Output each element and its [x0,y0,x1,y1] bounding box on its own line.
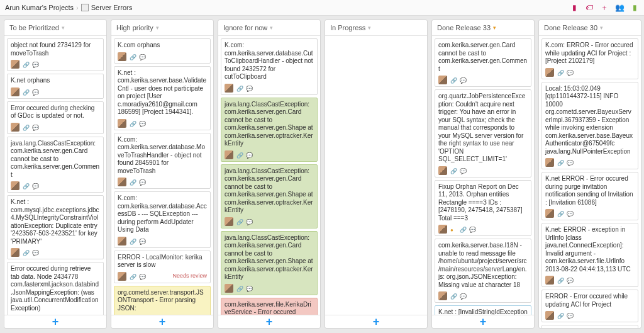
chevron-down-icon[interactable]: ▾ [270,25,273,31]
attachments-icon[interactable] [236,152,243,158]
card[interactable]: Error occured during checking of GDoc is… [7,101,104,134]
card[interactable]: K.net orphans [7,74,104,99]
card[interactable]: Error occured during retrieve tab data. … [7,262,104,315]
card[interactable]: K.com: com.kerika.server.database.Access… [114,191,211,248]
comments-icon[interactable] [460,167,466,174]
avatar[interactable] [545,209,554,218]
card[interactable]: K.com orphans [114,38,211,64]
comments-icon[interactable] [32,61,38,67]
attachments-icon[interactable] [130,238,136,244]
chevron-down-icon[interactable]: ▾ [600,25,603,31]
add-card-button[interactable]: + [4,315,106,328]
card[interactable]: K.com: com.kerika.server.database.CutToC… [221,38,318,95]
attachments-icon[interactable] [236,85,243,91]
avatar[interactable] [438,76,447,84]
chevron-down-icon[interactable]: ▾ [156,25,159,31]
comments-icon[interactable] [32,124,38,130]
avatar[interactable] [438,225,447,234]
chevron-down-icon[interactable]: ▾ [493,25,496,31]
avatar[interactable] [225,84,233,93]
people-icon[interactable]: 👥 [615,3,624,12]
attachments-icon[interactable] [557,277,564,283]
card[interactable]: com.kerika.server.file.KerikaDriveServic… [221,298,318,315]
comments-icon[interactable] [567,210,573,217]
comments-icon[interactable] [246,218,252,225]
activity-icon[interactable]: ▮ [630,3,639,12]
avatar[interactable] [11,248,19,257]
attachments-icon[interactable] [23,89,29,95]
comments-icon[interactable] [460,77,466,83]
add-card-button[interactable]: + [325,315,427,328]
avatar[interactable] [11,123,19,132]
column-header[interactable]: Done Release 30▾ [539,20,641,36]
attachments-icon[interactable] [450,293,457,299]
attachments-icon[interactable] [130,54,136,60]
attachments-icon[interactable] [460,226,466,232]
attachments-icon[interactable] [557,69,564,76]
add-card-button[interactable]: + [111,315,213,328]
attachments-icon[interactable] [450,77,457,83]
card[interactable]: java.lang.ClassCastException: com.kerika… [7,137,104,193]
card[interactable]: org.quartz.JobPersistenceException: Coul… [435,89,531,178]
avatar[interactable] [118,178,126,186]
add-card-button[interactable]: + [218,315,320,328]
attachments-icon[interactable] [236,285,243,291]
comments-icon[interactable] [139,238,145,244]
comments-icon[interactable] [32,89,38,95]
column-header[interactable]: To be Prioritized▾ [4,20,106,36]
avatar[interactable] [118,237,126,246]
avatar[interactable] [118,52,126,61]
avatar[interactable] [545,311,554,320]
card[interactable]: WARN - Error occurred during retrieving … [541,325,638,328]
avatar[interactable] [545,68,554,77]
avatar[interactable] [225,150,233,159]
tag-icon[interactable] [450,226,457,232]
comments-icon[interactable] [567,159,573,166]
card[interactable]: K.net : com.mysql.jdbc.exceptions.jdbc4.… [7,195,104,259]
attachments-icon[interactable] [23,61,29,67]
comments-icon[interactable] [139,120,145,127]
comments-icon[interactable] [246,152,252,158]
avatar[interactable] [545,158,554,167]
card[interactable]: Local: 15:03:02.049 [qtp110144372-115] I… [541,82,638,170]
card[interactable]: java.lang.ClassCastException: com.kerika… [221,231,318,295]
avatar[interactable] [225,217,233,226]
attachments-icon[interactable] [23,183,29,189]
column-header[interactable]: In Progress▾ [325,20,427,36]
attachments-icon[interactable] [23,249,29,256]
comments-icon[interactable] [460,293,466,299]
comments-icon[interactable] [246,285,252,291]
card[interactable]: Fixup Orphan Report on Dec 11, 2013. Orp… [435,180,531,237]
card[interactable]: K.net: ERROR - exception in UrlInfo [cla… [541,223,638,287]
attachments-icon[interactable] [23,124,29,130]
avatar[interactable] [545,276,554,285]
chat-icon[interactable]: ▮ [570,3,579,12]
attachments-icon[interactable] [236,218,243,225]
attachments-icon[interactable] [130,273,136,279]
chevron-down-icon[interactable]: ▾ [62,25,65,31]
avatar[interactable] [11,181,19,190]
comments-icon[interactable] [139,54,145,60]
plus-icon[interactable]: ＋ [600,3,609,12]
card[interactable]: object not found 2734129 for moveToTrash [7,38,104,71]
comments-icon[interactable] [139,179,145,185]
column-header[interactable]: Done Release 33▾ [432,20,534,36]
comments-icon[interactable] [469,226,475,232]
card[interactable]: java.lang.ClassCastException: com.kerika… [221,164,318,229]
card[interactable]: com.kerika.server.base.I18N - unable to … [435,239,531,303]
card[interactable]: ERROR - LocalMonitor: kerika server is s… [114,251,211,283]
card[interactable]: java.lang.ClassCastException: com.kerika… [221,98,318,162]
avatar[interactable] [11,87,19,96]
attachments-icon[interactable] [130,179,136,185]
avatar[interactable] [118,272,126,281]
breadcrumb-leaf[interactable]: Server Errors [91,4,132,11]
avatar[interactable] [438,166,447,175]
avatar[interactable] [11,60,19,69]
card[interactable]: K.net : com.kerika.server.base.ValidateC… [114,66,211,130]
column-header[interactable]: Ignore for now▾ [218,20,320,36]
comments-icon[interactable] [32,183,38,189]
breadcrumb-root[interactable]: Arun Kumar's Projects [5,4,74,11]
avatar[interactable] [225,284,233,293]
avatar[interactable] [118,119,126,128]
column-header[interactable]: High priority▾ [111,20,213,36]
